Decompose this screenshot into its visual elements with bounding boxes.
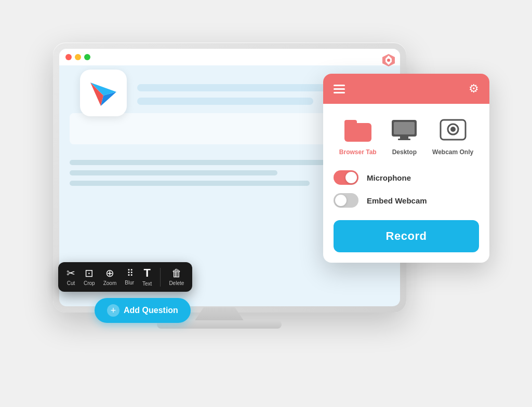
add-question-label: Add Question xyxy=(124,306,178,315)
toolbar-crop[interactable]: ⊡ Crop xyxy=(84,268,95,286)
webcam-icon-wrap xyxy=(436,116,470,144)
folder-icon xyxy=(344,119,371,142)
hamburger-line-2 xyxy=(334,88,345,90)
plus-icon: + xyxy=(107,304,119,317)
embed-webcam-label: Embed Webcam xyxy=(367,196,427,205)
capture-icon xyxy=(381,53,396,71)
microphone-toggle-knob xyxy=(345,172,357,183)
hamburger-line-1 xyxy=(334,85,345,86)
text-label: Text xyxy=(142,281,152,287)
add-question-button[interactable]: + Add Question xyxy=(95,298,191,323)
svg-rect-9 xyxy=(398,139,410,140)
gear-icon[interactable]: ⚙ xyxy=(469,82,479,96)
paper-plane-icon xyxy=(88,77,119,108)
scene: ✂ Cut ⊡ Crop ⊕ Zoom ⠿ Blur T Text 🗑 Dele… xyxy=(43,32,489,375)
monitor-titlebar xyxy=(59,49,400,65)
zoom-icon: ⊕ xyxy=(105,268,114,278)
record-button[interactable]: Record xyxy=(334,220,479,252)
webcam-icon xyxy=(440,119,467,142)
text-icon: T xyxy=(143,267,150,279)
toolbar: ✂ Cut ⊡ Crop ⊕ Zoom ⠿ Blur T Text 🗑 Dele… xyxy=(58,262,192,292)
svg-rect-8 xyxy=(400,137,408,139)
app-icon xyxy=(80,70,127,116)
traffic-light-green[interactable] xyxy=(84,54,90,60)
svg-point-12 xyxy=(450,127,456,132)
desktop-label: Desktop xyxy=(392,148,417,156)
browser-tab-icon-wrap xyxy=(341,116,375,144)
blur-label: Blur xyxy=(125,280,134,286)
source-options: Browser Tab Desktop xyxy=(334,116,479,156)
source-browser-tab[interactable]: Browser Tab xyxy=(339,116,377,156)
svg-rect-7 xyxy=(394,122,415,134)
folder-body xyxy=(344,123,371,142)
desktop-icon xyxy=(391,119,418,142)
toolbar-blur[interactable]: ⠿ Blur xyxy=(125,268,134,286)
microphone-toggle[interactable] xyxy=(334,170,358,185)
toolbar-cut[interactable]: ✂ Cut xyxy=(66,268,75,286)
webcam-only-label: Webcam Only xyxy=(432,148,473,156)
panel-body: Browser Tab Desktop xyxy=(323,104,489,263)
crop-label: Crop xyxy=(84,280,95,286)
source-webcam-only[interactable]: Webcam Only xyxy=(432,116,473,156)
toolbar-zoom[interactable]: ⊕ Zoom xyxy=(103,268,117,286)
source-desktop[interactable]: Desktop xyxy=(388,116,421,156)
recording-panel: ⚙ Browser Tab xyxy=(323,74,489,263)
microphone-toggle-row: Microphone xyxy=(334,170,479,185)
traffic-light-yellow[interactable] xyxy=(75,54,81,60)
toolbar-text[interactable]: T Text xyxy=(142,267,152,287)
delete-label: Delete xyxy=(169,280,184,286)
desktop-icon-wrap xyxy=(388,116,421,144)
microphone-label: Microphone xyxy=(367,173,411,182)
crop-icon: ⊡ xyxy=(85,268,94,278)
traffic-light-red[interactable] xyxy=(65,54,72,60)
svg-point-5 xyxy=(387,59,390,62)
hamburger-icon[interactable] xyxy=(334,85,345,93)
blur-icon: ⠿ xyxy=(127,268,132,278)
hamburger-line-3 xyxy=(334,92,345,93)
content-line-2 xyxy=(70,170,277,175)
cut-label: Cut xyxy=(67,280,75,286)
delete-icon: 🗑 xyxy=(171,268,182,278)
browser-tab-label: Browser Tab xyxy=(339,148,377,156)
embed-webcam-toggle-row: Embed Webcam xyxy=(334,193,479,208)
zoom-label: Zoom xyxy=(103,280,117,286)
panel-header: ⚙ xyxy=(323,74,489,104)
cut-icon: ✂ xyxy=(66,268,75,278)
embed-webcam-toggle-knob xyxy=(335,195,347,206)
toolbar-delete[interactable]: 🗑 Delete xyxy=(169,268,184,286)
content-line-1 xyxy=(70,160,326,165)
content-bar-2 xyxy=(137,98,313,105)
content-line-3 xyxy=(70,181,310,186)
toolbar-divider xyxy=(160,268,161,287)
embed-webcam-toggle[interactable] xyxy=(334,193,358,208)
